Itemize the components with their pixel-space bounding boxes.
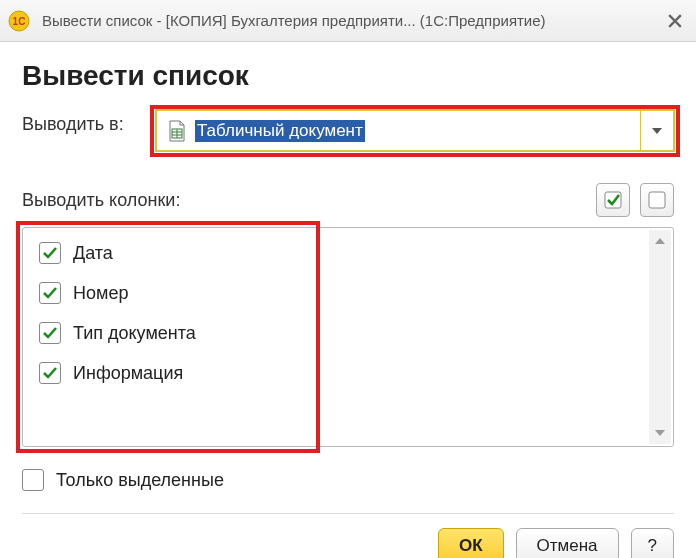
only-selected-row: Только выделенные xyxy=(22,469,674,491)
output-selected-value: Табличный документ xyxy=(195,120,365,142)
cancel-button[interactable]: Отмена xyxy=(516,528,619,558)
list-item-label: Тип документа xyxy=(73,323,196,344)
scroll-up-button[interactable] xyxy=(649,230,671,252)
scrollbar[interactable] xyxy=(649,230,671,444)
list-item[interactable]: Номер xyxy=(39,282,657,304)
list-item-label: Номер xyxy=(73,283,128,304)
list-item[interactable]: Дата xyxy=(39,242,657,264)
column-tool-buttons xyxy=(596,183,674,217)
dialog-title: Вывести список xyxy=(22,60,674,92)
ok-button[interactable]: ОК xyxy=(438,528,504,558)
scroll-track[interactable] xyxy=(649,252,671,422)
list-item-label: Информация xyxy=(73,363,183,384)
output-to-row: Выводить в: Табличный документ xyxy=(22,114,674,135)
uncheck-all-button[interactable] xyxy=(640,183,674,217)
buttons-row: ОК Отмена ? xyxy=(22,528,674,558)
columns-list: Дата Номер Тип документа xyxy=(22,227,674,447)
svg-rect-6 xyxy=(605,192,621,208)
list-item-label: Дата xyxy=(73,243,113,264)
svg-text:1C: 1C xyxy=(13,16,26,27)
dropdown-arrow-button[interactable] xyxy=(641,111,673,150)
titlebar: 1C Вывести список - [КОПИЯ] Бухгалтерия … xyxy=(0,0,696,42)
check-all-button[interactable] xyxy=(596,183,630,217)
spreadsheet-doc-icon xyxy=(167,120,187,142)
checkbox[interactable] xyxy=(39,362,61,384)
only-selected-checkbox[interactable] xyxy=(22,469,44,491)
help-button[interactable]: ? xyxy=(631,528,674,558)
checkbox[interactable] xyxy=(39,322,61,344)
scroll-down-button[interactable] xyxy=(649,422,671,444)
close-button[interactable] xyxy=(662,8,688,34)
titlebar-text: Вывести список - [КОПИЯ] Бухгалтерия пре… xyxy=(42,12,662,29)
list-item[interactable]: Тип документа xyxy=(39,322,657,344)
dialog-window: 1C Вывести список - [КОПИЯ] Бухгалтерия … xyxy=(0,0,696,558)
columns-header-row: Выводить колонки: xyxy=(22,181,674,219)
checkbox[interactable] xyxy=(39,242,61,264)
only-selected-label: Только выделенные xyxy=(56,470,224,491)
output-dropdown-value-area[interactable]: Табличный документ xyxy=(157,111,640,150)
columns-checklist: Дата Номер Тип документа xyxy=(23,228,673,398)
svg-rect-7 xyxy=(649,192,665,208)
output-dropdown[interactable]: Табличный документ xyxy=(155,109,675,152)
list-item[interactable]: Информация xyxy=(39,362,657,384)
columns-label: Выводить колонки: xyxy=(22,190,180,211)
client-area: Вывести список Выводить в: xyxy=(0,42,696,558)
checkbox[interactable] xyxy=(39,282,61,304)
separator xyxy=(22,513,674,514)
app-1c-icon: 1C xyxy=(8,10,30,32)
output-to-label: Выводить в: xyxy=(22,114,124,135)
